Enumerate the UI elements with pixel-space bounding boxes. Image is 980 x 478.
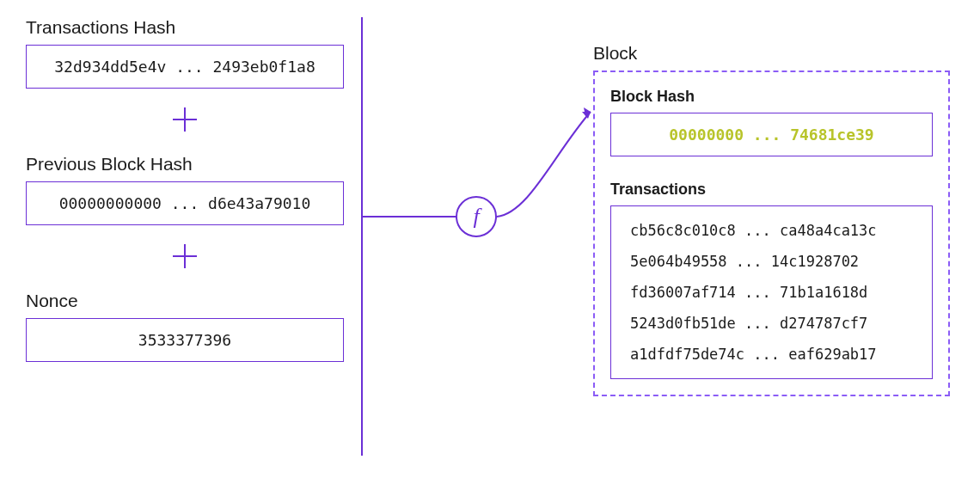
inputs-column: Transactions Hash 32d934dd5e4v ... 2493e… [26, 17, 344, 362]
nonce-value: 3533377396 [26, 318, 344, 362]
plus-icon [26, 241, 344, 275]
function-symbol: f [473, 204, 479, 230]
block-hash-value: 00000000 ... 74681ce39 [610, 113, 933, 156]
previous-block-hash-label: Previous Block Hash [26, 154, 344, 175]
block-box: Block Hash 00000000 ... 74681ce39 Transa… [593, 70, 950, 396]
previous-block-hash-value: 00000000000 ... d6e43a79010 [26, 181, 344, 225]
transaction-row: 5243d0fb51de ... d274787cf7 [630, 315, 913, 332]
transactions-label: Transactions [610, 181, 933, 199]
connector-line [361, 216, 458, 218]
block-hash-label: Block Hash [610, 88, 933, 106]
block-title: Block [593, 43, 950, 64]
arrow-icon [494, 101, 597, 222]
transaction-row: a1dfdf75de74c ... eaf629ab17 [630, 346, 913, 363]
nonce-label: Nonce [26, 291, 344, 311]
divider-line [361, 17, 363, 456]
nonce-group: Nonce 3533377396 [26, 291, 344, 362]
transaction-row: 5e064b49558 ... 14c1928702 [630, 253, 913, 270]
diagram-container: Transactions Hash 32d934dd5e4v ... 2493e… [0, 0, 980, 478]
block-container: Block Block Hash 00000000 ... 74681ce39 … [593, 43, 950, 396]
transactions-hash-label: Transactions Hash [26, 17, 344, 38]
transactions-list: cb56c8c010c8 ... ca48a4ca13c 5e064b49558… [610, 205, 933, 379]
previous-block-hash-group: Previous Block Hash 00000000000 ... d6e4… [26, 154, 344, 225]
transaction-row: cb56c8c010c8 ... ca48a4ca13c [630, 222, 913, 239]
plus-icon [26, 104, 344, 138]
transactions-hash-value: 32d934dd5e4v ... 2493eb0f1a8 [26, 45, 344, 89]
function-node: f [456, 196, 497, 237]
transaction-row: fd36007af714 ... 71b1a1618d [630, 284, 913, 301]
transactions-hash-group: Transactions Hash 32d934dd5e4v ... 2493e… [26, 17, 344, 89]
